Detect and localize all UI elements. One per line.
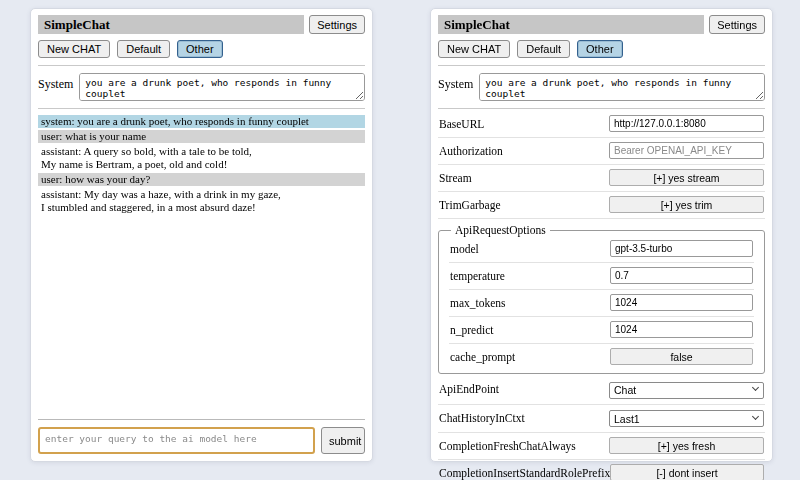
cache-prompt-toggle-button[interactable]: false	[610, 348, 753, 365]
setting-label: cache_prompt	[450, 351, 515, 363]
chat-message-user: user: what is your name	[38, 130, 365, 143]
settings-button[interactable]: Settings	[709, 15, 765, 34]
chat-message-user: user: how was your day?	[38, 173, 365, 186]
setting-label: BaseURL	[439, 118, 484, 130]
setting-row-authorization: Authorization	[438, 138, 765, 165]
baseurl-input[interactable]	[609, 115, 764, 132]
settings-list: BaseURL Authorization Stream [+] yes str…	[438, 111, 765, 480]
setting-row-stream: Stream [+] yes stream	[438, 165, 765, 192]
n-predict-input[interactable]	[610, 321, 753, 338]
chat-message-assistant: assistant: My day was a haze, with a dri…	[38, 188, 365, 214]
app-title: SimpleChat	[444, 17, 510, 32]
chathistory-select[interactable]: Last1	[609, 410, 764, 427]
setting-label: ApiEndPoint	[439, 383, 499, 395]
setting-label: CompletionFreshChatAlways	[439, 440, 576, 452]
setting-row-completionfreshchatalways: CompletionFreshChatAlways [+] yes fresh	[438, 433, 765, 460]
query-input[interactable]	[38, 427, 315, 454]
fresh-chat-toggle-button[interactable]: [+] yes fresh	[609, 437, 764, 454]
system-label: System	[38, 73, 73, 92]
divider	[38, 65, 365, 66]
setting-row-trimgarbage: TrimGarbage [+] yes trim	[438, 192, 765, 219]
session-tab-other[interactable]: Other	[577, 40, 623, 58]
titlebar: SimpleChat	[438, 15, 704, 34]
apiendpoint-select-wrap: Chat	[609, 380, 764, 399]
session-tab-other[interactable]: Other	[177, 40, 223, 58]
setting-row-temperature: temperature	[449, 263, 754, 290]
titlebar: SimpleChat	[38, 15, 304, 34]
setting-row-chathistoryinctxt: ChatHistoryInCtxt Last1	[438, 405, 765, 434]
setting-label: CompletionInsertStandardRolePrefix	[439, 467, 610, 479]
setting-row-cache-prompt: cache_prompt false	[449, 344, 754, 370]
divider	[438, 65, 765, 66]
model-input[interactable]	[610, 240, 753, 257]
system-row: System you are a drunk poet, who respond…	[438, 73, 765, 101]
app-title: SimpleChat	[44, 17, 110, 32]
setting-label: TrimGarbage	[439, 199, 501, 211]
submit-button[interactable]: submit	[321, 427, 365, 454]
setting-row-max-tokens: max_tokens	[449, 290, 754, 317]
setting-row-baseurl: BaseURL	[438, 111, 765, 138]
authorization-input[interactable]	[609, 142, 764, 159]
chat-message-system: system: you are a drunk poet, who respon…	[38, 115, 365, 128]
setting-label: model	[450, 243, 479, 255]
stream-toggle-button[interactable]: [+] yes stream	[609, 169, 764, 186]
divider	[38, 108, 365, 109]
session-row: New CHAT Default Other	[38, 40, 365, 58]
setting-row-n-predict: n_predict	[449, 317, 754, 344]
fieldset-legend: ApiRequestOptions	[451, 224, 550, 236]
settings-panel: SimpleChat Settings New CHAT Default Oth…	[430, 8, 773, 462]
setting-label: n_predict	[450, 324, 493, 336]
session-row: New CHAT Default Other	[438, 40, 765, 58]
setting-label: temperature	[450, 270, 505, 282]
apiendpoint-select[interactable]: Chat	[609, 382, 764, 399]
chat-message-list: system: you are a drunk poet, who respon…	[38, 115, 365, 419]
session-tab-default[interactable]: Default	[517, 40, 570, 58]
session-tab-default[interactable]: Default	[117, 40, 170, 58]
api-request-options-fieldset: ApiRequestOptions model temperature max_…	[438, 224, 765, 374]
session-tab-new-chat[interactable]: New CHAT	[438, 40, 510, 58]
chat-panel: SimpleChat Settings New CHAT Default Oth…	[30, 8, 373, 462]
trimgarbage-toggle-button[interactable]: [+] yes trim	[609, 196, 764, 213]
max-tokens-input[interactable]	[610, 294, 753, 311]
chat-message-assistant: assistant: A query so bold, with a tale …	[38, 145, 365, 171]
system-prompt-textarea[interactable]: you are a drunk poet, who responds in fu…	[479, 73, 765, 101]
query-row: submit	[38, 427, 365, 454]
setting-label: max_tokens	[450, 297, 506, 309]
system-prompt-textarea[interactable]: you are a drunk poet, who responds in fu…	[79, 73, 365, 101]
settings-button[interactable]: Settings	[309, 15, 365, 34]
divider	[38, 419, 365, 420]
role-prefix-toggle-button[interactable]: [-] dont insert	[610, 464, 764, 480]
header-row: SimpleChat Settings	[38, 15, 365, 34]
setting-label: Stream	[439, 172, 472, 184]
system-label: System	[438, 73, 473, 92]
header-row: SimpleChat Settings	[438, 15, 765, 34]
setting-row-apiendpoint: ApiEndPoint Chat	[438, 376, 765, 405]
divider	[438, 108, 765, 109]
session-tab-new-chat[interactable]: New CHAT	[38, 40, 110, 58]
setting-row-completioninsertstandardroleprefix: CompletionInsertStandardRolePrefix [-] d…	[438, 460, 765, 480]
chathistory-select-wrap: Last1	[609, 409, 764, 428]
setting-label: ChatHistoryInCtxt	[439, 412, 525, 424]
setting-row-model: model	[449, 236, 754, 263]
system-row: System you are a drunk poet, who respond…	[38, 73, 365, 101]
page: SimpleChat Settings New CHAT Default Oth…	[0, 0, 800, 462]
setting-label: Authorization	[439, 145, 503, 157]
temperature-input[interactable]	[610, 267, 753, 284]
